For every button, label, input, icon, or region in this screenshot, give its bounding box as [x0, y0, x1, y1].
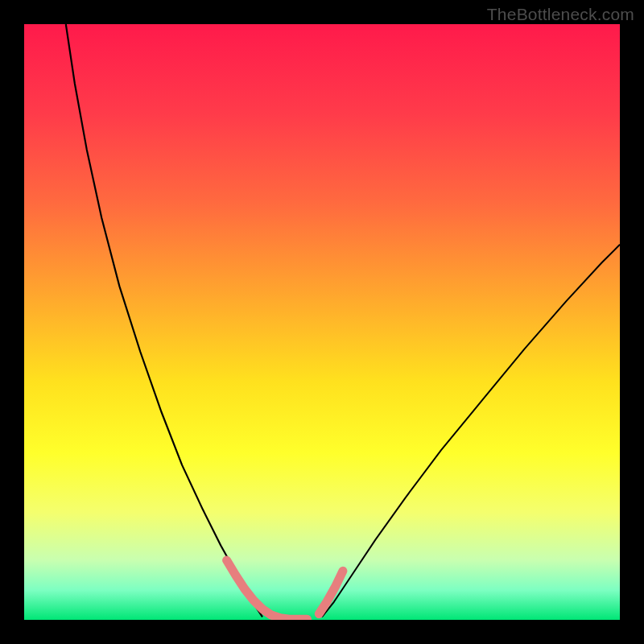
watermark-text: TheBottleneck.com	[487, 5, 634, 24]
chart-curves	[24, 24, 620, 620]
chart-frame: TheBottleneck.com	[0, 0, 644, 644]
series-left-branch	[66, 24, 262, 617]
series-left-marker-cluster	[227, 560, 308, 619]
series-right-marker-cluster	[319, 571, 343, 613]
series-right-branch	[322, 245, 620, 617]
plot-area	[24, 24, 620, 620]
